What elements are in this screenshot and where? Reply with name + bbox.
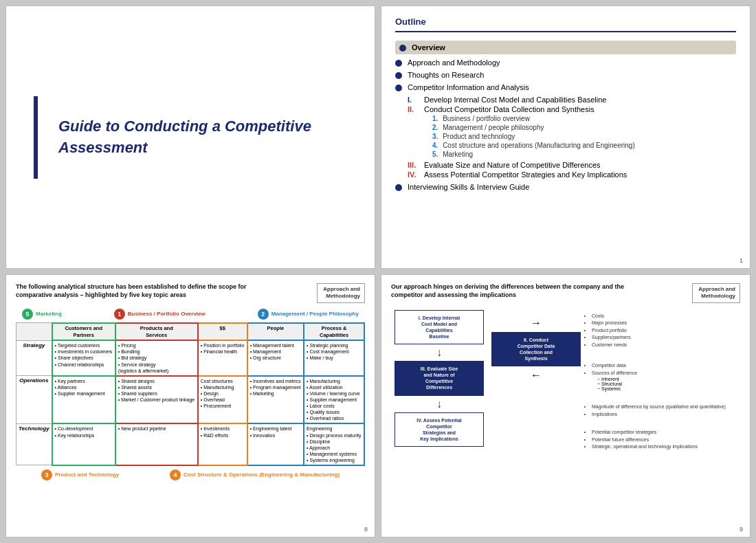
bullet-interviewing — [395, 184, 402, 191]
circle-business: 1 Business / Portfolio Overview — [114, 309, 205, 320]
bullet-sources: Sources of difference — [592, 370, 740, 377]
bullet-competitor — [395, 85, 402, 91]
slide4-tag: Approach andMethodology — [692, 283, 740, 303]
bullets-box-I: Costs Major processes Product portfolio … — [585, 310, 740, 349]
cell-tech-customers: • Co-development• Key relationships — [52, 423, 115, 465]
circle-management: 2 Management / People Philosophy — [258, 309, 359, 320]
row-label-technology: Technology — [16, 423, 52, 465]
bullet-processes: Major processes — [592, 320, 740, 327]
bullet-customer-needs: Customer needs — [592, 342, 740, 349]
arrow-left-1: ← — [531, 369, 542, 381]
outline-item-interviewing: Interviewing Skills & Interview Guide — [395, 183, 736, 191]
flow-boxes-col: I. Develop InternalCost Model andCapabil… — [391, 310, 487, 451]
bullets-box-II: Competitor data Sources of difference − … — [585, 359, 740, 391]
cost-label: Cost Structure & Operations (Engineering… — [184, 472, 340, 478]
row-operations: Operations • Key partners• Alliances• Su… — [16, 376, 365, 424]
slide3-title: The following analytical structure has b… — [16, 283, 256, 299]
bullet-suppliers: Suppliers/partners — [592, 334, 740, 342]
num-4: 4 — [170, 469, 181, 480]
empty-header — [16, 323, 52, 341]
col-products: Products andServices — [115, 323, 198, 341]
col-money: $$ — [198, 323, 247, 341]
thoughts-label: Thoughts on Research — [408, 71, 484, 79]
slide-2: Outline Overview Approach and Methodolog… — [381, 5, 751, 269]
numbered-item-3: 3. Product and technology — [432, 133, 736, 140]
bullet-competitor-data: Competitor data — [592, 362, 740, 370]
cell-tech-products: • New product pipeline — [115, 423, 198, 465]
box-III: III. Evaluate Sizeand Nature ofCompetiti… — [394, 361, 484, 395]
bullet-approach — [395, 60, 402, 67]
box-II-title: II. ConductCompetitor DataCollection and… — [498, 337, 575, 362]
bullet-future-diff: Potential future differences — [592, 436, 740, 444]
box-I: I. Develop InternalCost Model andCapabil… — [394, 310, 484, 344]
slide3-header: The following analytical structure has b… — [16, 283, 365, 303]
circle-product: 3 Product and Technology — [41, 469, 119, 480]
circle-cost: 4 Cost Structure & Operations (Engineeri… — [170, 469, 340, 480]
bullet-magnitude: Magnitude of difference by source (quali… — [592, 403, 740, 411]
box-II-bullets: Competitor data Sources of difference — [585, 362, 740, 377]
cell-strategy-customers: • Targeted customers• Investments in cus… — [52, 340, 115, 375]
sub-item-I: I. Develop Internal Cost Model and Capab… — [408, 96, 736, 104]
bullet-portfolio: Product portfolio — [592, 327, 740, 335]
overview-label: Overview — [412, 43, 445, 52]
slide4-title: Our approach hinges on deriving the diff… — [391, 283, 625, 299]
box-II: II. ConductCompetitor DataCollection and… — [491, 332, 581, 366]
approach-label: Approach and Methodology — [408, 58, 500, 67]
cell-strategy-money: • Position in portfolio• Financial healt… — [198, 340, 247, 375]
bullet-implications: Implications — [592, 411, 740, 419]
slide-4: Our approach hinges on deriving the diff… — [381, 274, 751, 538]
decorative-bar — [34, 96, 38, 179]
cell-tech-process: Engineering• Design process maturity• Di… — [304, 423, 364, 465]
roman-IV: IV. — [408, 170, 420, 179]
dash-structural: − Structural — [597, 381, 740, 386]
management-label: Management / People Philosophy — [271, 311, 359, 317]
outline-item-approach: Approach and Methodology — [395, 58, 736, 67]
dash-inherent: − Inherent — [597, 377, 740, 381]
cell-ops-people: • Incentives and metrics• Program manage… — [247, 376, 304, 424]
box-II-dashes: − Inherent − Structural − Systemic — [597, 377, 740, 391]
bullets-col: Costs Major processes Product portfolio … — [585, 310, 740, 451]
sub-label-IV: Assess Potential Competitor Strategies a… — [424, 170, 627, 179]
slide1-title: Guide to Conducting a Competitive Assess… — [58, 116, 311, 159]
sub-item-III: III. Evaluate Size and Nature of Competi… — [408, 161, 736, 169]
circle-marketing: 5 Marketing — [22, 309, 62, 320]
outline-item-overview: Overview — [395, 41, 736, 54]
col-people: People — [247, 323, 304, 341]
cell-strategy-people: • Management talent• Management• Org str… — [247, 340, 304, 375]
box-I-bullets: Costs Major processes Product portfolio … — [585, 313, 740, 349]
marketing-label: Marketing — [36, 311, 62, 317]
bullet-potential-strat: Potential competitor strategies — [592, 429, 740, 436]
box-IV-bullets: Potential competitor strategies Potentia… — [585, 429, 740, 451]
slide-1: Guide to Conducting a Competitive Assess… — [5, 5, 375, 269]
num-3: 3 — [41, 469, 52, 480]
col-process: Process &Capabilities — [304, 323, 364, 341]
box-IV-title: IV. Assess PotentialCompetitorStrategies… — [401, 417, 478, 442]
cell-ops-products: • Shared designs• Shared assets• Shared … — [115, 376, 198, 424]
num-1: 1 — [114, 309, 125, 320]
cell-tech-people: • Engineering talent• Innovation — [247, 423, 304, 465]
cell-ops-process: • Manufacturing• Asset utilization• Volu… — [304, 376, 364, 424]
box-III-bullets: Magnitude of difference by source (quali… — [585, 403, 740, 418]
business-label: Business / Portfolio Overview — [128, 311, 205, 317]
bottom-circles: 3 Product and Technology 4 Cost Structur… — [16, 469, 365, 480]
interviewing-label: Interviewing Skills & Interview Guide — [408, 183, 529, 191]
matrix-table: Customers andPartners Products andServic… — [16, 322, 365, 466]
cell-strategy-products: • Pricing• Bundling• Bid strategy• Servi… — [115, 340, 198, 375]
title-line2: Assessment — [58, 137, 311, 159]
sub-item-IV: IV. Assess Potential Competitor Strategi… — [408, 170, 736, 179]
product-label: Product and Technology — [55, 472, 119, 478]
numbered-item-2: 2. Management / people philosophy — [432, 124, 736, 131]
cell-ops-money: Cost structures• Manufacturing• Design• … — [198, 376, 247, 424]
outline-item-thoughts: Thoughts on Research — [395, 71, 736, 79]
sub-label-II: Conduct Competitor Data Collection and S… — [424, 105, 594, 113]
outline-sub-section: I. Develop Internal Cost Model and Capab… — [408, 96, 736, 179]
num-2: 2 — [258, 309, 269, 320]
middle-arrows: → II. ConductCompetitor DataCollection a… — [491, 310, 581, 451]
cell-tech-money: • Investments• R&D efforts — [198, 423, 247, 465]
slide-3: The following analytical structure has b… — [5, 274, 375, 538]
dash-systemic: − Systemic — [597, 386, 740, 391]
top-circles: 5 Marketing 1 Business / Portfolio Overv… — [16, 309, 365, 320]
sub-label-III: Evaluate Size and Nature of Competitive … — [424, 161, 601, 169]
row-label-strategy: Strategy — [16, 340, 52, 375]
bullet-thoughts — [395, 72, 402, 79]
